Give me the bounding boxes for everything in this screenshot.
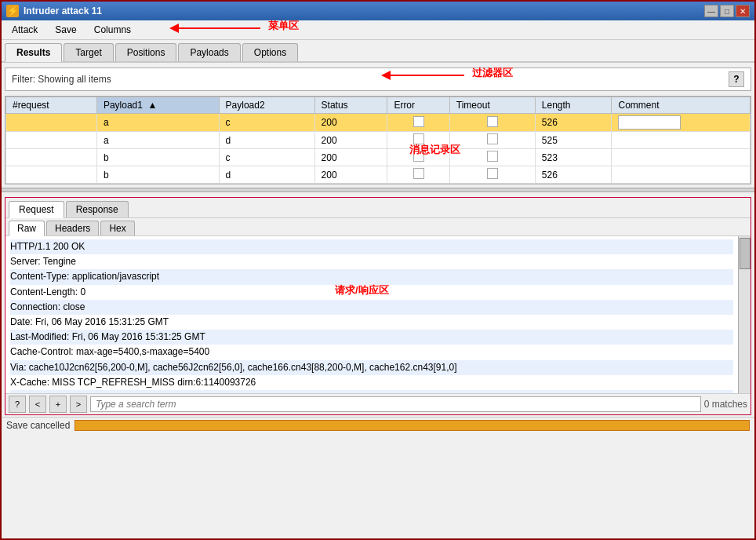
table-row[interactable]: a d 200 525 <box>6 132 751 149</box>
tab-target[interactable]: Target <box>64 43 113 61</box>
next-match-button[interactable]: > <box>70 396 87 413</box>
cell-payload2: c <box>219 114 314 132</box>
filter-bar: Filter: Showing all items ? <box>5 68 751 91</box>
cell-timeout <box>449 132 535 149</box>
cell-payload1: a <box>96 132 219 149</box>
cell-length: 526 <box>535 166 612 184</box>
cell-payload2: c <box>219 149 314 166</box>
titlebar-left: ⚡ Intruder attack 11 <box>6 5 102 17</box>
cell-error <box>387 149 449 166</box>
cell-length: 525 <box>535 132 612 149</box>
tab-request[interactable]: Request <box>9 201 64 218</box>
tab-positions[interactable]: Positions <box>115 43 177 61</box>
close-button[interactable]: ✕ <box>736 5 750 17</box>
col-request: #request <box>6 97 97 114</box>
tab-hex[interactable]: Hex <box>100 221 134 235</box>
content-line: HTTP/1.1 200 OK <box>10 239 733 254</box>
content-area[interactable]: HTTP/1.1 200 OKServer: TengineContent-Ty… <box>5 236 738 393</box>
col-payload1[interactable]: Payload1 ▲ <box>96 97 219 114</box>
cell-request <box>6 132 97 149</box>
content-line: Date: Fri, 06 May 2016 15:31:25 GMT <box>10 315 733 330</box>
bottom-panel: Request Response Raw Headers Hex HTTP/1.… <box>5 197 751 415</box>
table-row[interactable]: a c 200 526 <box>6 114 751 132</box>
col-length: Length <box>535 97 612 114</box>
req-resp-tabs: Request Response <box>5 198 751 218</box>
cell-request <box>6 114 97 132</box>
content-line: Server: Tengine <box>10 254 733 269</box>
menubar-container: Attack Save Columns 菜单区 <box>2 20 754 40</box>
statusbar: Save cancelled <box>2 417 754 433</box>
matches-label: 0 matches <box>704 399 747 410</box>
cell-payload1: a <box>96 114 219 132</box>
status-text: Save cancelled <box>6 420 70 431</box>
tab-raw[interactable]: Raw <box>9 221 45 236</box>
comment-input[interactable] <box>618 115 681 130</box>
tab-results[interactable]: Results <box>5 43 62 62</box>
filter-container: Filter: Showing all items ? 过滤器区 <box>2 63 754 96</box>
tab-headers[interactable]: Headers <box>46 221 99 235</box>
content-line: Connection: close <box>10 300 733 315</box>
content-line: Via: cache10J2cn62[56,200-0,M], cache56J… <box>10 360 733 375</box>
app-icon: ⚡ <box>6 5 19 17</box>
content-line: Cache-Control: max-age=5400,s-maxage=540… <box>10 345 733 359</box>
filter-help-button[interactable]: ? <box>729 71 744 87</box>
cell-comment <box>612 132 751 149</box>
titlebar-controls: — □ ✕ <box>704 5 750 17</box>
minimize-button[interactable]: — <box>704 5 718 17</box>
cell-payload1: b <box>96 166 219 184</box>
content-line: Content-Type: application/javascript <box>10 269 733 284</box>
col-comment: Comment <box>612 97 751 114</box>
table-container: #request Payload1 ▲ Payload2 Status Erro… <box>2 96 754 184</box>
content-line: X-Cache: MISS TCP_REFRESH_MISS dirn:6:11… <box>10 375 733 390</box>
cell-payload2: d <box>219 166 314 184</box>
col-timeout: Timeout <box>449 97 535 114</box>
filter-text: Filter: Showing all items <box>12 74 111 85</box>
scrollbar[interactable] <box>738 236 751 393</box>
search-bar: ? < + > 0 matches <box>5 393 751 414</box>
cell-timeout <box>449 166 535 184</box>
menu-attack[interactable]: Attack <box>5 22 45 38</box>
table-body: a c 200 526 a d 200 525 b c 200 523 <box>6 114 751 184</box>
prev-match-button[interactable]: < <box>29 396 46 413</box>
cell-comment <box>612 114 751 132</box>
content-wrapper: HTTP/1.1 200 OKServer: TengineContent-Ty… <box>5 236 751 393</box>
progress-bar <box>75 420 750 431</box>
col-error: Error <box>387 97 449 114</box>
results-table-wrapper[interactable]: #request Payload1 ▲ Payload2 Status Erro… <box>5 96 751 184</box>
cell-request <box>6 166 97 184</box>
cell-request <box>6 149 97 166</box>
menubar: Attack Save Columns <box>2 20 754 40</box>
cell-timeout <box>449 114 535 132</box>
table-row[interactable]: b d 200 526 <box>6 166 751 184</box>
cell-status: 200 <box>314 149 387 166</box>
menu-columns[interactable]: Columns <box>87 22 138 38</box>
content-line: Last-Modified: Fri, 06 May 2016 15:31:25… <box>10 330 733 345</box>
tab-options[interactable]: Options <box>242 43 298 61</box>
help-search-button[interactable]: ? <box>9 396 26 413</box>
add-button[interactable]: + <box>49 396 67 413</box>
cell-status: 200 <box>314 114 387 132</box>
table-row[interactable]: b c 200 523 <box>6 149 751 166</box>
titlebar: ⚡ Intruder attack 11 — □ ✕ <box>2 2 754 20</box>
col-status: Status <box>314 97 387 114</box>
content-line: X-Confirm-... Time: Fri, 06 May 2016 15:… <box>10 390 733 393</box>
tab-response[interactable]: Response <box>66 201 129 217</box>
raw-hex-tabs: Raw Headers Hex <box>5 218 751 236</box>
cell-comment <box>612 166 751 184</box>
window-title: Intruder attack 11 <box>24 5 102 16</box>
cell-payload1: b <box>96 149 219 166</box>
table-header: #request Payload1 ▲ Payload2 Status Erro… <box>6 97 751 114</box>
tab-payloads[interactable]: Payloads <box>178 43 240 61</box>
main-tabs: Results Target Positions Payloads Option… <box>2 40 754 63</box>
panel-divider[interactable] <box>2 188 754 192</box>
content-line: Content-Length: 0 <box>10 285 733 300</box>
cell-comment <box>612 149 751 166</box>
search-input[interactable] <box>90 396 701 412</box>
col-payload2: Payload2 <box>219 97 314 114</box>
maximize-button[interactable]: □ <box>720 5 734 17</box>
menu-save[interactable]: Save <box>48 22 83 38</box>
cell-timeout <box>449 149 535 166</box>
results-table: #request Payload1 ▲ Payload2 Status Erro… <box>5 97 751 184</box>
cell-error <box>387 114 449 132</box>
cell-error <box>387 132 449 149</box>
